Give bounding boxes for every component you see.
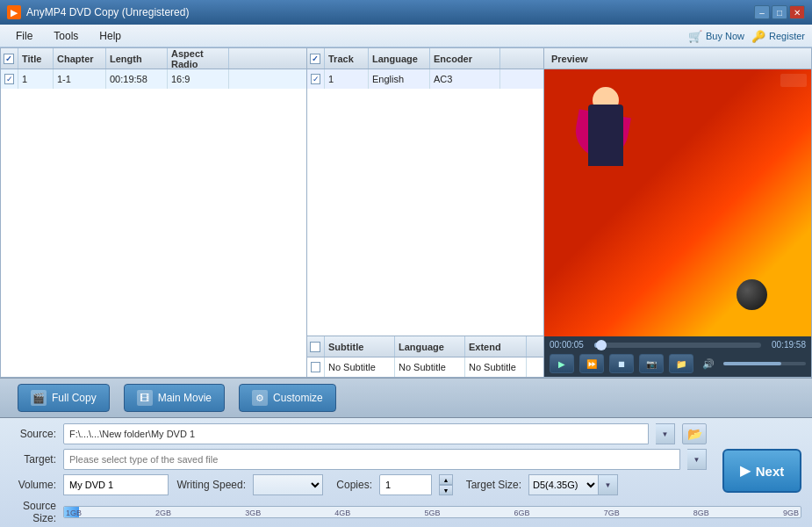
video-background (544, 69, 811, 336)
preview-video (544, 69, 811, 336)
full-copy-button[interactable]: 🎬 Full Copy (18, 384, 110, 412)
fast-forward-button[interactable]: ⏩ (579, 354, 604, 373)
volume-bar[interactable] (723, 362, 806, 365)
play-button[interactable]: ▶ (550, 354, 574, 373)
header-checkbox[interactable] (4, 54, 14, 64)
volume-icon: 🔊 (702, 358, 715, 370)
source-dropdown-button[interactable]: ▼ (656, 423, 675, 444)
copies-stepper: ▲ ▼ (439, 474, 453, 495)
copies-label: Copies: (330, 479, 372, 491)
copies-down-button[interactable]: ▼ (439, 485, 453, 495)
audio-th-encoder: Encoder (430, 48, 500, 69)
maximize-button[interactable]: □ (772, 5, 787, 19)
writing-speed-container (253, 474, 323, 495)
playback-controls: ▶ ⏩ ⏹ 📷 📁 🔊 (550, 354, 806, 373)
size-dropdown-button[interactable]: ▼ (599, 474, 618, 495)
subtitle-table: Subtitle Language Extend No Subtitle No … (307, 336, 543, 377)
sub-th-subtitle: Subtitle (325, 336, 395, 357)
size-2gb: 2GB (155, 507, 171, 518)
size-4gb: 4GB (334, 507, 350, 518)
row-chapter: 1-1 (54, 69, 106, 89)
video-ball (737, 279, 767, 310)
close-button[interactable]: ✕ (789, 5, 805, 19)
sub-header-checkbox[interactable] (310, 342, 320, 352)
next-label: Next (756, 464, 785, 479)
sub-th-check (307, 336, 325, 357)
progress-thumb[interactable] (596, 340, 607, 350)
writing-speed-label: Writing Speed: (176, 479, 246, 491)
app-icon: ▶ (7, 5, 21, 19)
full-copy-icon: 🎬 (31, 390, 47, 406)
row-title: 1 (18, 69, 54, 89)
copies-up-button[interactable]: ▲ (439, 474, 453, 485)
sub-row-check[interactable] (307, 357, 325, 377)
stop-button[interactable]: ⏹ (609, 354, 634, 373)
size-3gb: 3GB (245, 507, 261, 518)
copies-input[interactable] (379, 474, 432, 495)
target-next-row: Target: ▼ Volume: Writing Speed: Copies:… (11, 449, 801, 495)
volume-fill (723, 362, 781, 365)
menu-file[interactable]: File (7, 27, 41, 45)
subtitle-row[interactable]: No Subtitle No Subtitle No Subtitle (307, 357, 543, 377)
audio-th-language: Language (369, 48, 430, 69)
audio-th-track: Track (325, 48, 369, 69)
audio-row-language: English (369, 69, 430, 89)
audio-table-header: Track Language Encoder (307, 48, 543, 69)
menu-help[interactable]: Help (90, 27, 130, 45)
main-table-header: Title Chapter Length Aspect Radio (1, 48, 306, 69)
target-size-select[interactable]: D5(4.35G) (528, 474, 599, 495)
th-check (1, 48, 18, 69)
size-6gb: 6GB (514, 507, 530, 518)
menu-tools[interactable]: Tools (45, 27, 87, 45)
audio-row-checkbox[interactable] (311, 74, 320, 84)
sub-th-extend: Extend (465, 336, 527, 357)
audio-th-check (307, 48, 325, 69)
target-size-label: Target Size: (460, 479, 521, 491)
audio-row-track: 1 (325, 69, 369, 89)
register-icon: 🔑 (751, 30, 765, 43)
action-bar: 🎬 Full Copy 🎞 Main Movie ⚙ Customize (0, 378, 812, 418)
right-panel: Track Language Encoder 1 English AC3 Sub… (307, 47, 544, 378)
source-input[interactable] (63, 423, 649, 444)
source-label: Source: (11, 428, 56, 440)
next-icon: ▶ (740, 463, 751, 479)
target-input[interactable] (63, 449, 680, 470)
progress-track[interactable] (594, 343, 761, 348)
size-bar-labels: 1GB 2GB 3GB 4GB 5GB 6GB 7GB 8GB 9GB (64, 507, 801, 518)
customize-label: Customize (273, 392, 323, 404)
folder-button[interactable]: 📁 (669, 354, 693, 373)
time-end: 00:19:58 (766, 340, 806, 350)
video-figure (571, 87, 641, 192)
audio-row-check[interactable] (307, 69, 325, 89)
sub-th-language: Language (395, 336, 465, 357)
progress-bar: 00:00:05 00:19:58 (550, 340, 806, 350)
volume-input[interactable] (63, 474, 169, 495)
subtitle-table-header: Subtitle Language Extend (307, 336, 543, 357)
buy-now-button[interactable]: 🛒 Buy Now (688, 30, 744, 43)
buy-now-label: Buy Now (706, 31, 744, 41)
writing-speed-select[interactable] (253, 474, 323, 495)
minimize-button[interactable]: – (754, 5, 770, 19)
target-dropdown-button[interactable]: ▼ (687, 449, 707, 470)
left-panel: Title Chapter Length Aspect Radio 1 1-1 … (0, 47, 307, 378)
audio-header-checkbox[interactable] (310, 54, 320, 64)
main-movie-button[interactable]: 🎞 Main Movie (124, 384, 225, 412)
target-label: Target: (11, 453, 56, 466)
screenshot-button[interactable]: 📷 (639, 354, 664, 373)
audio-row[interactable]: 1 English AC3 (307, 69, 543, 89)
customize-button[interactable]: ⚙ Customize (239, 384, 336, 412)
sub-row-language: No Subtitle (395, 357, 465, 377)
th-title: Title (18, 48, 54, 69)
register-button[interactable]: 🔑 Register (751, 30, 805, 43)
sub-row-checkbox[interactable] (311, 362, 320, 372)
th-length: Length (106, 48, 168, 69)
row-checkbox[interactable] (4, 74, 14, 84)
size-5gb: 5GB (424, 507, 440, 518)
source-size-row: Source Size: 1GB 2GB 3GB 4GB 5GB 6GB 7GB… (11, 500, 801, 524)
target-row: Target: ▼ (11, 449, 707, 470)
source-browse-button[interactable]: 📂 (682, 423, 707, 444)
next-button[interactable]: ▶ Next (722, 449, 801, 493)
row-check[interactable] (1, 69, 18, 89)
menu-bar: File Tools Help 🛒 Buy Now 🔑 Register (0, 25, 812, 47)
table-row[interactable]: 1 1-1 00:19:58 16:9 (1, 69, 306, 89)
